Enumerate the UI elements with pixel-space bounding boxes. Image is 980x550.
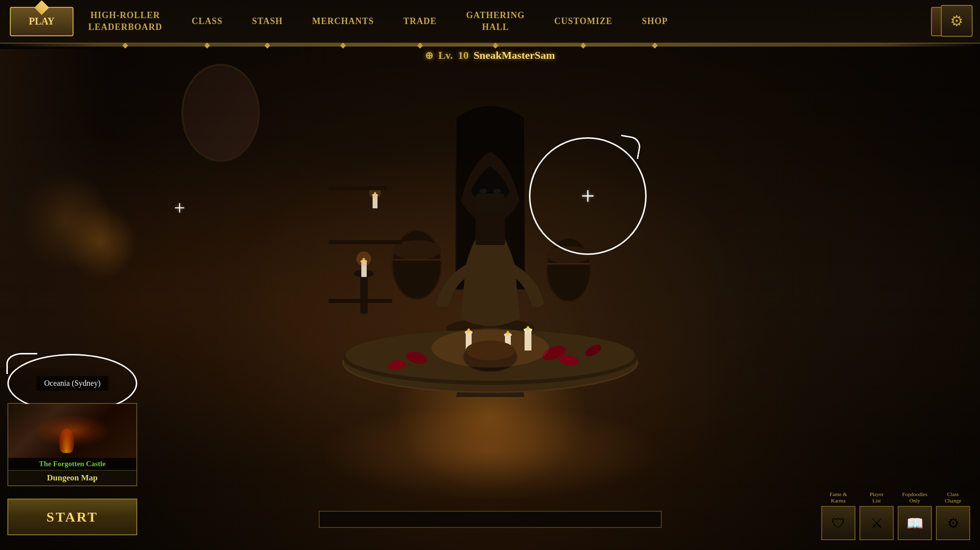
player-level-prefix: Lv. — [438, 49, 453, 62]
svg-point-32 — [431, 328, 549, 368]
player-list-icon: ⚔ — [871, 515, 883, 531]
fopdoodles-icon: 📖 — [906, 515, 924, 531]
nav-gathering-hall-label: Gathering Hall — [466, 10, 525, 33]
add-character-slot-right[interactable]: + — [529, 137, 647, 255]
start-button[interactable]: Start — [7, 499, 137, 535]
nav-stash-label: Stash — [252, 16, 283, 26]
player-list-label: Player List — [870, 491, 883, 504]
nav-item-high-roller[interactable]: High-Roller Leaderboard — [74, 0, 177, 43]
class-change-icon: ⚙ — [947, 515, 959, 531]
nav-high-roller-label: High-Roller Leaderboard — [88, 10, 162, 33]
player-info: ⊕ Lv.10 SneakMasterSam — [425, 49, 555, 62]
map-fire-effect — [59, 428, 74, 453]
fopdoodles-label: Fopdoodles Only — [902, 491, 927, 504]
nav-customize-label: Customize — [554, 16, 612, 26]
nav-trade-label: Trade — [403, 16, 437, 26]
nav-item-class[interactable]: Class — [177, 0, 237, 43]
fopdoodles-button[interactable]: 📖 — [898, 506, 932, 540]
player-level: 10 — [458, 49, 469, 62]
fame-karma-icon: 🛡 — [831, 515, 845, 531]
svg-rect-33 — [360, 275, 368, 314]
svg-point-10 — [479, 189, 487, 194]
svg-point-11 — [493, 189, 501, 194]
player-list-button[interactable]: ⚔ — [859, 506, 894, 540]
svg-point-38 — [356, 251, 371, 266]
nav-item-customize[interactable]: Customize — [539, 0, 627, 43]
fame-karma-button[interactable]: 🛡 — [821, 506, 855, 540]
map-card[interactable]: The Forgotten Castle Dungeon Map — [7, 403, 137, 486]
player-name: SneakMasterSam — [474, 49, 555, 62]
nav-item-gathering-hall[interactable]: Gathering Hall — [452, 0, 540, 43]
start-button-label: Start — [47, 509, 98, 525]
fame-karma-label: Fame & Karma — [829, 491, 847, 504]
svg-rect-12 — [476, 194, 505, 213]
level-icon: ⊕ — [425, 50, 433, 61]
map-thumbnail — [8, 404, 136, 458]
class-change-button[interactable]: ⚙ — [936, 506, 970, 540]
server-name: Oceania (Sydney) — [36, 376, 108, 391]
right-crosshair-icon: + — [581, 182, 595, 210]
play-button[interactable]: Play — [10, 7, 74, 36]
fame-karma-group: Fame & Karma 🛡 — [821, 491, 855, 540]
svg-rect-43 — [328, 186, 387, 190]
fopdoodles-group: Fopdoodles Only 📖 — [898, 491, 932, 540]
server-map-panel: Oceania (Sydney) The Forgotten Castle Du… — [7, 354, 137, 486]
settings-button[interactable]: ⚙ — [941, 5, 973, 37]
svg-point-24 — [527, 326, 529, 331]
nav-item-stash[interactable]: Stash — [237, 0, 298, 43]
nav-merchants-label: Merchants — [312, 16, 374, 26]
bottom-right-icons: Fame & Karma 🛡 Player List ⚔ Fopdoodles … — [821, 491, 970, 540]
map-title: The Forgotten Castle — [8, 458, 136, 470]
svg-rect-44 — [328, 240, 402, 244]
left-wall-decor — [0, 49, 108, 368]
player-list-group: Player List ⚔ — [859, 491, 894, 540]
table-glow — [319, 403, 662, 501]
nav-item-merchants[interactable]: Merchants — [298, 0, 389, 43]
bottom-info-bar — [319, 511, 662, 528]
settings-gear-icon: ⚙ — [950, 12, 963, 29]
add-character-slot-left[interactable]: + — [174, 196, 185, 219]
wall-mirror — [181, 64, 260, 162]
nav-class-label: Class — [192, 16, 223, 26]
map-type-label: Dungeon Map — [8, 470, 136, 485]
navigation-bar: Play High-Roller Leaderboard Class Stash… — [0, 0, 980, 44]
nav-item-shop[interactable]: Shop — [627, 0, 682, 43]
svg-rect-45 — [328, 299, 392, 303]
nav-shop-label: Shop — [642, 16, 668, 26]
class-change-label: Class Change — [945, 491, 961, 504]
class-change-group: Class Change ⚙ — [936, 491, 970, 540]
nav-item-trade[interactable]: Trade — [389, 0, 452, 43]
